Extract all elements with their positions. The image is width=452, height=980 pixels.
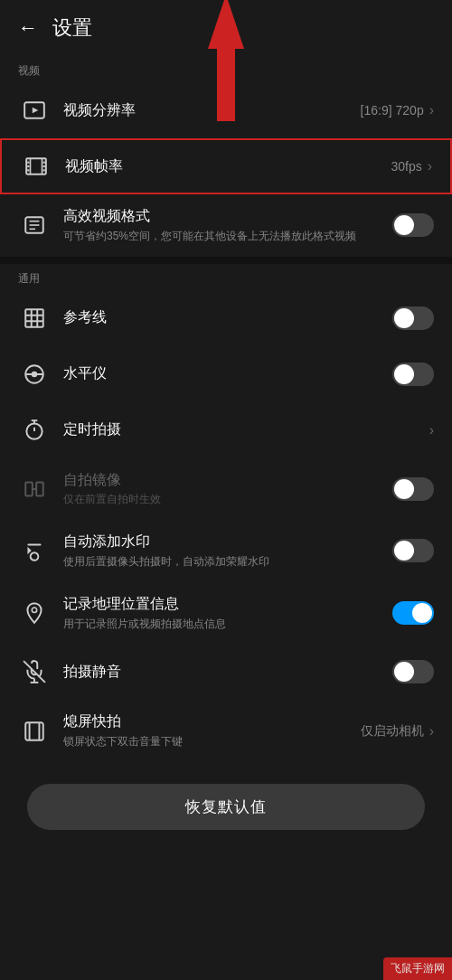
quick-snap-right: 仅启动相机 › — [361, 723, 434, 740]
back-button[interactable]: ← — [18, 16, 38, 40]
sound-icon — [18, 660, 51, 683]
general-section: 参考线 水平仪 定时拍摄 › — [0, 290, 452, 762]
film-play-icon — [18, 99, 51, 122]
quick-snap-text: 熄屏快拍 锁屏状态下双击音量下键 — [63, 712, 361, 749]
grid-icon — [18, 306, 51, 330]
general-section-label: 通用 — [0, 264, 452, 290]
svg-rect-5 — [27, 162, 29, 164]
video-section: 视频分辨率 [16:9] 720p › 视频帧率 30fps › 高效视频格式 … — [0, 82, 452, 257]
selfie-mirror-icon — [18, 477, 51, 501]
svg-rect-10 — [43, 169, 45, 171]
timer-text: 定时拍摄 — [63, 420, 429, 439]
shutter-sound-text: 拍摄静音 — [63, 663, 392, 682]
timer-right: › — [429, 422, 434, 438]
svg-rect-30 — [25, 482, 33, 495]
video-resolution-right: [16:9] 720p › — [361, 102, 434, 118]
geo-location-text: 记录地理位置信息 用于记录照片或视频拍摄地点信息 — [63, 595, 392, 632]
svg-rect-9 — [43, 165, 45, 167]
chevron-icon: › — [429, 723, 434, 740]
reset-button[interactable]: 恢复默认值 — [27, 784, 425, 830]
high-efficiency-toggle[interactable] — [392, 213, 434, 237]
grid-lines-item[interactable]: 参考线 — [0, 290, 452, 346]
svg-rect-8 — [43, 162, 45, 164]
video-framerate-text: 视频帧率 — [65, 157, 391, 176]
level-icon — [18, 363, 51, 386]
video-framerate-item[interactable]: 视频帧率 30fps › — [0, 138, 452, 194]
geo-location-item[interactable]: 记录地理位置信息 用于记录照片或视频拍摄地点信息 — [0, 582, 452, 645]
svg-point-25 — [32, 371, 38, 377]
high-eff-icon — [18, 213, 51, 237]
svg-rect-7 — [27, 169, 29, 171]
selfie-mirror-text: 自拍镜像 仅在前置自拍时生效 — [63, 471, 392, 508]
high-efficiency-right[interactable] — [392, 213, 434, 237]
svg-rect-6 — [27, 165, 29, 167]
grid-lines-toggle[interactable] — [392, 306, 434, 330]
auto-watermark-toggle[interactable] — [392, 539, 434, 562]
svg-point-33 — [31, 553, 39, 561]
shutter-sound-right[interactable] — [392, 660, 434, 683]
geo-location-toggle[interactable] — [392, 601, 434, 625]
level-text: 水平仪 — [63, 364, 392, 383]
level-toggle[interactable] — [392, 363, 434, 386]
high-efficiency-item[interactable]: 高效视频格式 可节省约35%空间，您可能在其他设备上无法播放此格式视频 — [0, 194, 452, 257]
chevron-icon: › — [429, 422, 434, 438]
svg-point-35 — [32, 608, 36, 612]
reset-btn-area: 恢复默认值 — [0, 762, 452, 866]
grid-lines-text: 参考线 — [63, 308, 392, 327]
selfie-mirror-toggle[interactable] — [392, 477, 434, 501]
watermark-icon — [18, 539, 51, 562]
auto-watermark-item[interactable]: 自动添加水印 使用后置摄像头拍摄时，自动添加荣耀水印 — [0, 520, 452, 582]
film-strip-icon — [20, 155, 52, 178]
chevron-icon: › — [429, 102, 434, 118]
shutter-sound-toggle[interactable] — [392, 660, 434, 683]
video-framerate-right: 30fps › — [391, 158, 432, 174]
svg-rect-18 — [25, 309, 43, 327]
level-right[interactable] — [392, 363, 434, 386]
lock-screen-icon — [18, 720, 51, 743]
header: ← 设置 — [0, 0, 452, 56]
video-section-label: 视频 — [0, 56, 452, 82]
video-resolution-item[interactable]: 视频分辨率 [16:9] 720p › — [0, 82, 452, 138]
svg-rect-39 — [25, 722, 43, 740]
section-divider — [0, 257, 452, 264]
selfie-mirror-item[interactable]: 自拍镜像 仅在前置自拍时生效 — [0, 458, 452, 521]
high-efficiency-text: 高效视频格式 可节省约35%空间，您可能在其他设备上无法播放此格式视频 — [63, 207, 392, 244]
chevron-icon: › — [428, 158, 432, 174]
video-resolution-text: 视频分辨率 — [63, 101, 361, 120]
geo-location-right[interactable] — [392, 601, 434, 625]
level-item[interactable]: 水平仪 — [0, 346, 452, 402]
auto-watermark-right[interactable] — [392, 539, 434, 562]
timer-icon — [18, 419, 51, 442]
timer-item[interactable]: 定时拍摄 › — [0, 402, 452, 458]
shutter-sound-item[interactable]: 拍摄静音 — [0, 644, 452, 700]
svg-rect-34 — [27, 544, 41, 546]
watermark-badge: 飞鼠手游网 — [383, 957, 452, 980]
grid-lines-right[interactable] — [392, 306, 434, 330]
quick-snap-item[interactable]: 熄屏快拍 锁屏状态下双击音量下键 仅启动相机 › — [0, 700, 452, 762]
svg-rect-31 — [36, 482, 43, 495]
location-icon — [18, 601, 51, 625]
auto-watermark-text: 自动添加水印 使用后置摄像头拍摄时，自动添加荣耀水印 — [63, 532, 392, 570]
selfie-mirror-right[interactable] — [392, 477, 434, 501]
page-title: 设置 — [52, 14, 92, 42]
svg-marker-1 — [33, 108, 39, 114]
